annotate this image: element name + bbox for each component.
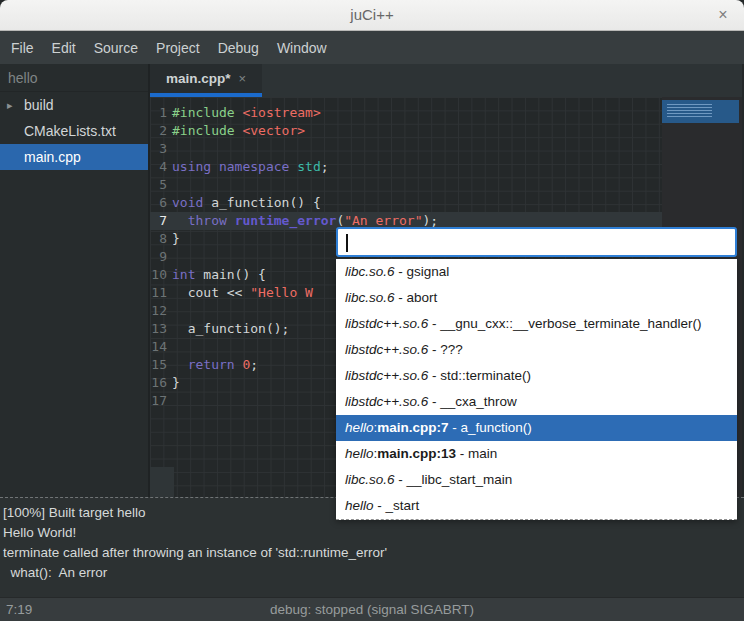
terminal-line: Hello World! (3, 523, 741, 543)
tab-close-icon[interactable]: × (238, 71, 246, 86)
code-token-kw: int (172, 267, 195, 282)
project-name: hello (0, 64, 148, 92)
window-title: juCi++ (0, 6, 744, 23)
menu-item-project[interactable]: Project (147, 34, 209, 62)
tree-item-label: main.cpp (24, 144, 81, 170)
menu-item-file[interactable]: File (2, 34, 43, 62)
line-number: 9 (150, 248, 172, 266)
line-number: 15 (150, 356, 172, 374)
line-number: 1 (150, 104, 172, 122)
app-window: juCi++ × FileEditSourceProjectDebugWindo… (0, 0, 744, 621)
line-number: 11 (150, 284, 172, 302)
code-text: } (172, 374, 180, 392)
code-line[interactable]: 2#include <vector> (150, 122, 662, 140)
frame-text: hello (345, 420, 374, 435)
titlebar[interactable]: juCi++ × (0, 0, 744, 31)
code-line[interactable]: 4using namespace std; (150, 158, 662, 176)
frame-text: - gsignal (395, 264, 450, 279)
frame-text: libstdc++.so.6 (345, 316, 428, 331)
code-text: #include <vector> (172, 122, 305, 140)
menu-item-debug[interactable]: Debug (209, 34, 268, 62)
frame-search-input[interactable] (336, 227, 737, 257)
code-text: using namespace std; (172, 158, 329, 176)
code-token-kw: using (172, 159, 211, 174)
tree-item-cmakelists.txt[interactable]: CMakeLists.txt (0, 118, 148, 144)
frame-text: - ??? (428, 342, 463, 357)
code-text: a_function(); (172, 320, 289, 338)
code-text: void a_function() { (172, 194, 321, 212)
terminal-line: terminate called after throwing an insta… (3, 543, 741, 563)
stack-frame-item-10[interactable]: hello - _start (336, 493, 737, 519)
code-token-txt (211, 159, 219, 174)
line-number: 14 (150, 338, 172, 356)
terminal-line: what(): An error (3, 563, 741, 583)
frame-text: libstdc++.so.6 (345, 394, 428, 409)
stack-frame-item-6[interactable]: libstdc++.so.6 - __cxa_throw (336, 389, 737, 415)
stack-frame-list: libc.so.6 - gsignallibc.so.6 - abortlibs… (336, 259, 737, 520)
code-token-txt: main() { (195, 267, 265, 282)
tab-main-cpp[interactable]: main.cpp* × (150, 64, 262, 97)
frame-text: libc.so.6 (345, 290, 395, 305)
line-number: 3 (150, 140, 172, 158)
stack-frame-item-2[interactable]: libc.so.6 - abort (336, 285, 737, 311)
stack-frame-item-8[interactable]: hello:main.cpp:13 - main (336, 441, 737, 467)
tree-item-main.cpp[interactable]: main.cpp (0, 144, 148, 170)
stack-frame-item-9[interactable]: libc.so.6 - __libc_start_main (336, 467, 737, 493)
frame-text: - main (456, 446, 497, 461)
code-token-txt (172, 357, 188, 372)
menu-item-source[interactable]: Source (85, 34, 147, 62)
frame-text: hello (345, 446, 374, 461)
stack-frame-item-5[interactable]: libstdc++.so.6 - std::terminate() (336, 363, 737, 389)
code-text: cout << "Hello W (172, 284, 313, 302)
menu-item-window[interactable]: Window (268, 34, 336, 62)
code-line[interactable]: 5 (150, 176, 662, 194)
window-close-button[interactable]: × (713, 5, 733, 25)
code-line[interactable]: 6void a_function() { (150, 194, 662, 212)
stack-frame-item-3[interactable]: libstdc++.so.6 - __gnu_cxx::__verbose_te… (336, 311, 737, 337)
stack-frame-item-4[interactable]: libstdc++.so.6 - ??? (336, 337, 737, 363)
code-token-txt: } (172, 231, 180, 246)
frame-text: libc.so.6 (345, 264, 395, 279)
code-token-txt: } (172, 375, 180, 390)
minimap-viewport[interactable] (662, 100, 739, 123)
hscrollbar-thumb[interactable] (150, 467, 174, 497)
code-token-str: <iostream> (242, 105, 320, 120)
line-number: 13 (150, 320, 172, 338)
line-number: 16 (150, 374, 172, 392)
frame-text: - abort (395, 290, 438, 305)
file-tree: ▸buildCMakeLists.txtmain.cpp (0, 92, 148, 170)
code-text: return 0; (172, 356, 258, 374)
code-text: } (172, 230, 180, 248)
line-number: 8 (150, 230, 172, 248)
stack-frame-item-1[interactable]: libc.so.6 - gsignal (336, 259, 737, 285)
file-browser-panel: hello ▸buildCMakeLists.txtmain.cpp (0, 64, 150, 497)
code-line[interactable]: 1#include <iostream> (150, 104, 662, 122)
minimap-code-lines (667, 104, 712, 119)
code-token-fn: runtime_error (235, 213, 337, 228)
menubar: FileEditSourceProjectDebugWindow (0, 31, 744, 64)
line-number: 12 (150, 302, 172, 320)
frame-text: - a_function() (449, 420, 532, 435)
code-token-pp: #include (172, 105, 235, 120)
line-number: 4 (150, 158, 172, 176)
code-token-kw: return (188, 357, 235, 372)
line-number: 6 (150, 194, 172, 212)
code-token-txt (227, 213, 235, 228)
tree-item-build[interactable]: ▸build (0, 92, 148, 118)
tabbar: main.cpp* × (150, 64, 742, 97)
frame-text: hello (345, 498, 374, 513)
frame-text: libc.so.6 (345, 472, 395, 487)
code-line[interactable]: 3 (150, 140, 662, 158)
tree-item-label: CMakeLists.txt (24, 118, 116, 144)
statusbar: 7:19 debug: stopped (signal SIGABRT) (0, 597, 744, 621)
text-cursor (346, 234, 348, 252)
code-token-txt: ; (250, 357, 258, 372)
expander-icon[interactable]: ▸ (7, 92, 13, 118)
tab-label: main.cpp* (166, 71, 231, 86)
code-token-type: std (297, 159, 320, 174)
stack-frame-item-7[interactable]: hello:main.cpp:7 - a_function() (336, 415, 737, 441)
code-token-kw: void (172, 195, 203, 210)
menu-item-edit[interactable]: Edit (43, 34, 85, 62)
code-token-str: <vector> (242, 123, 305, 138)
code-token-txt: a_function() { (203, 195, 320, 210)
